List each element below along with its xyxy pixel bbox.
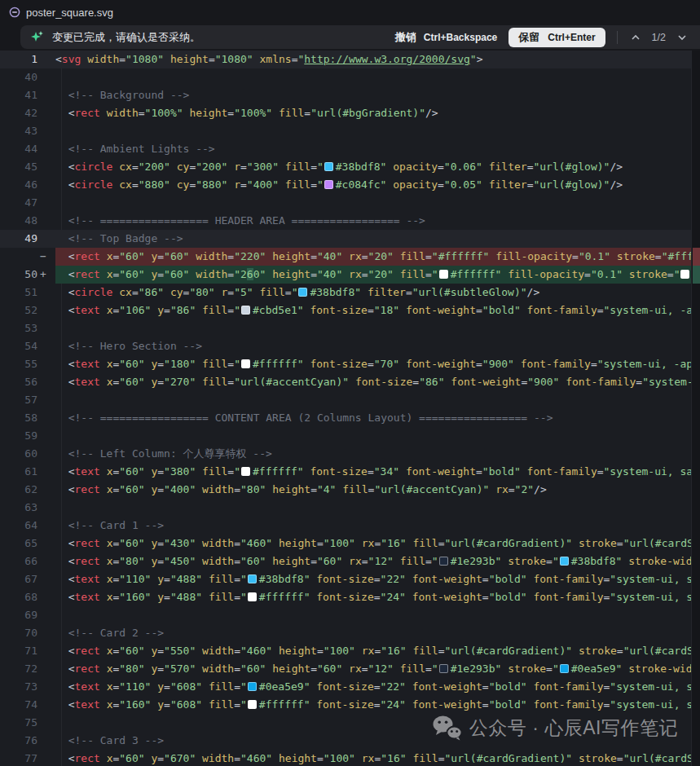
line-number[interactable]: 47 <box>0 194 37 212</box>
code-line-42[interactable]: 42 <rect width="100%" height="100%" fill… <box>0 104 691 122</box>
code-line-66[interactable]: 66 <rect x="80" y="450" width="60" heigh… <box>0 552 691 570</box>
code-line-68[interactable]: 68 <text x="160" y="488" fill="#ffffff" … <box>0 588 691 606</box>
line-number[interactable]: 40 <box>0 68 37 86</box>
code-line-60[interactable]: 60 <!-- Left Column: 个人尊享特权 --> <box>0 445 691 463</box>
line-number[interactable]: 42 <box>0 104 37 122</box>
color-swatch[interactable] <box>241 467 250 476</box>
scrollbar[interactable] <box>691 51 700 766</box>
line-number[interactable]: 51 <box>0 284 37 302</box>
code-editor[interactable]: 1<svg width="1080" height="1080" xmlns="… <box>0 51 691 766</box>
code-line-57[interactable]: 57 <box>0 391 691 409</box>
code-line-56[interactable]: 56 <text x="60" y="270" fill="url(#accen… <box>0 373 691 391</box>
line-number[interactable]: 67 <box>0 570 37 588</box>
code-line-70[interactable]: 70 <!-- Card 2 --> <box>0 624 691 642</box>
code-line-50-deleted[interactable]: − <rect x="60" y="60" width="220" height… <box>0 248 691 266</box>
line-number[interactable]: 41 <box>0 86 37 104</box>
code-line-1[interactable]: 1<svg width="1080" height="1080" xmlns="… <box>0 51 691 68</box>
line-number[interactable]: 52 <box>0 302 37 319</box>
code-line-43[interactable]: 43 <box>0 122 691 140</box>
line-number[interactable]: 58 <box>0 409 37 427</box>
code-line-67[interactable]: 67 <text x="110" y="488" fill="#38bdf8" … <box>0 570 691 588</box>
color-swatch[interactable] <box>241 306 250 315</box>
code-line-41[interactable]: 41 <!-- Background --> <box>0 86 691 104</box>
color-swatch[interactable] <box>241 359 250 368</box>
code-line-61[interactable]: 61 <text x="60" y="380" fill="#ffffff" f… <box>0 463 691 481</box>
line-number[interactable]: 45 <box>0 158 37 176</box>
code-line-50-added[interactable]: 50+ <rect x="60" y="60" width="260" heig… <box>0 266 691 284</box>
line-number[interactable]: 75 <box>0 714 37 732</box>
line-number[interactable]: 71 <box>0 642 37 660</box>
line-number[interactable]: 64 <box>0 517 37 535</box>
color-swatch[interactable] <box>248 574 257 583</box>
line-number[interactable]: 72 <box>0 660 37 678</box>
code-line-59[interactable]: 59 <box>0 427 691 445</box>
line-number[interactable]: 60 <box>0 445 37 463</box>
line-number[interactable]: 49 <box>0 230 37 248</box>
code-line-47[interactable]: 47 <box>0 194 691 212</box>
color-swatch[interactable] <box>324 180 333 189</box>
line-number[interactable]: 61 <box>0 463 37 481</box>
code-line-69[interactable]: 69 <box>0 606 691 624</box>
code-line-54[interactable]: 54 <!-- Hero Section --> <box>0 337 691 355</box>
code-line-40[interactable]: 40 <box>0 68 691 86</box>
line-number[interactable]: 46 <box>0 176 37 194</box>
code-line-58[interactable]: 58 <!-- ================= CONTENT AREA (… <box>0 409 691 427</box>
code-line-55[interactable]: 55 <text x="60" y="180" fill="#ffffff" f… <box>0 355 691 373</box>
code-line-75[interactable]: 75 <box>0 714 691 732</box>
code-line-62[interactable]: 62 <rect x="60" y="400" width="80" heigh… <box>0 481 691 499</box>
line-number[interactable]: 44 <box>0 140 37 158</box>
code-line-65[interactable]: 65 <rect x="60" y="430" width="460" heig… <box>0 535 691 552</box>
color-swatch[interactable] <box>680 270 689 279</box>
code-line-74[interactable]: 74 <text x="160" y="608" fill="#ffffff" … <box>0 696 691 714</box>
color-swatch[interactable] <box>560 664 569 673</box>
chevron-up-icon[interactable] <box>629 33 642 42</box>
line-number[interactable]: 56 <box>0 373 37 391</box>
line-number[interactable]: 70 <box>0 624 37 642</box>
line-number[interactable]: 65 <box>0 535 37 552</box>
keep-button[interactable]: 保留 Ctrl+Enter <box>508 28 605 47</box>
code-line-48[interactable]: 48 <!-- ================= HEADER AREA ==… <box>0 212 691 230</box>
line-number[interactable]: 77 <box>0 750 37 766</box>
color-swatch[interactable] <box>439 557 448 566</box>
code-line-72[interactable]: 72 <rect x="80" y="570" width="60" heigh… <box>0 660 691 678</box>
code-line-44[interactable]: 44 <!-- Ambient Lights --> <box>0 140 691 158</box>
color-swatch[interactable] <box>248 592 257 601</box>
line-number[interactable]: 57 <box>0 391 37 409</box>
line-number[interactable]: 48 <box>0 212 37 230</box>
line-number[interactable]: 50 <box>0 266 37 284</box>
tab-poster-square-svg[interactable]: poster_square.svg <box>9 0 113 24</box>
code-line-51[interactable]: 51 <circle cx="86" cy="80" r="5" fill="#… <box>0 284 691 302</box>
code-line-76[interactable]: 76 <!-- Card 3 --> <box>0 732 691 750</box>
chevron-down-icon[interactable] <box>676 33 689 42</box>
code-line-77[interactable]: 77 <rect x="60" y="670" width="460" heig… <box>0 750 691 766</box>
color-swatch[interactable] <box>560 557 569 566</box>
line-number[interactable]: 66 <box>0 552 37 570</box>
line-number[interactable]: 76 <box>0 732 37 750</box>
code-line-63[interactable]: 63 <box>0 499 691 517</box>
line-number[interactable]: 62 <box>0 481 37 499</box>
line-number[interactable]: 1 <box>0 51 37 68</box>
line-number[interactable]: 74 <box>0 696 37 714</box>
line-number[interactable]: 63 <box>0 499 37 517</box>
color-swatch[interactable] <box>439 270 448 279</box>
color-swatch[interactable] <box>324 162 333 171</box>
code-line-46[interactable]: 46 <circle cx="880" cy="880" r="400" fil… <box>0 176 691 194</box>
undo-button[interactable]: 撤销 Ctrl+Backspace <box>395 30 497 45</box>
line-number[interactable]: 53 <box>0 319 37 337</box>
code-line-49[interactable]: 49 <!-- Top Badge --> <box>0 230 691 248</box>
line-number[interactable]: 69 <box>0 606 37 624</box>
color-swatch[interactable] <box>248 700 257 709</box>
color-swatch[interactable] <box>298 288 307 297</box>
code-line-45[interactable]: 45 <circle cx="200" cy="200" r="300" fil… <box>0 158 691 176</box>
code-line-53[interactable]: 53 <box>0 319 691 337</box>
color-swatch[interactable] <box>439 664 448 673</box>
color-swatch[interactable] <box>248 682 257 691</box>
code-line-64[interactable]: 64 <!-- Card 1 --> <box>0 517 691 535</box>
code-line-52[interactable]: 52 <text x="106" y="86" fill="#cbd5e1" f… <box>0 302 691 319</box>
line-number[interactable] <box>0 248 37 266</box>
line-number[interactable]: 68 <box>0 588 37 606</box>
line-number[interactable]: 43 <box>0 122 37 140</box>
code-line-73[interactable]: 73 <text x="110" y="608" fill="#0ea5e9" … <box>0 678 691 696</box>
line-number[interactable]: 54 <box>0 337 37 355</box>
line-number[interactable]: 55 <box>0 355 37 373</box>
